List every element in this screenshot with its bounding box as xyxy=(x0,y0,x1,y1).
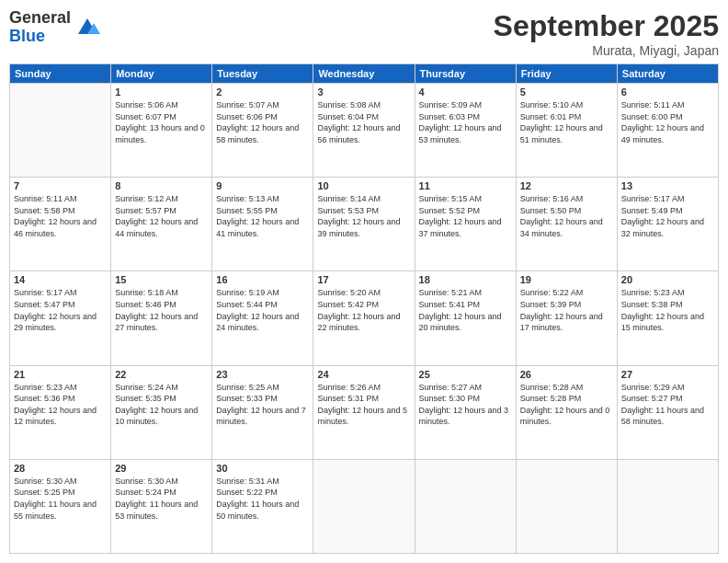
day-info: Sunrise: 5:21 AMSunset: 5:41 PMDaylight:… xyxy=(419,287,512,333)
day-info: Sunrise: 5:16 AMSunset: 5:50 PMDaylight:… xyxy=(520,193,613,239)
day-cell: 2Sunrise: 5:07 AMSunset: 6:06 PMDaylight… xyxy=(212,84,313,178)
day-info: Sunrise: 5:17 AMSunset: 5:49 PMDaylight:… xyxy=(621,193,714,239)
day-info: Sunrise: 5:24 AMSunset: 5:35 PMDaylight:… xyxy=(115,382,208,428)
day-number: 1 xyxy=(115,86,208,98)
day-info: Sunrise: 5:27 AMSunset: 5:30 PMDaylight:… xyxy=(419,382,512,428)
day-number: 21 xyxy=(14,369,107,380)
day-info: Sunrise: 5:15 AMSunset: 5:52 PMDaylight:… xyxy=(419,193,512,239)
day-number: 28 xyxy=(14,463,107,474)
day-info: Sunrise: 5:23 AMSunset: 5:38 PMDaylight:… xyxy=(621,287,714,333)
header: General Blue September 2025 Murata, Miya… xyxy=(9,9,719,58)
day-number: 29 xyxy=(115,463,208,474)
calendar-header-row: SundayMondayTuesdayWednesdayThursdayFrid… xyxy=(10,64,719,84)
logo: General Blue xyxy=(9,9,101,46)
day-cell: 4Sunrise: 5:09 AMSunset: 6:03 PMDaylight… xyxy=(415,84,516,178)
col-header-sunday: Sunday xyxy=(10,64,111,84)
logo-general: General xyxy=(9,8,71,27)
day-info: Sunrise: 5:11 AMSunset: 5:58 PMDaylight:… xyxy=(14,193,107,239)
day-cell: 28Sunrise: 5:30 AMSunset: 5:25 PMDayligh… xyxy=(10,459,111,553)
day-number: 18 xyxy=(419,274,512,285)
day-info: Sunrise: 5:12 AMSunset: 5:57 PMDaylight:… xyxy=(115,193,208,239)
col-header-friday: Friday xyxy=(516,64,617,84)
day-number: 2 xyxy=(216,86,309,98)
day-info: Sunrise: 5:19 AMSunset: 5:44 PMDaylight:… xyxy=(216,287,309,333)
day-cell: 3Sunrise: 5:08 AMSunset: 6:04 PMDaylight… xyxy=(313,84,415,178)
day-number: 16 xyxy=(216,274,309,285)
day-cell: 8Sunrise: 5:12 AMSunset: 5:57 PMDaylight… xyxy=(111,178,212,271)
day-number: 19 xyxy=(520,274,613,285)
col-header-tuesday: Tuesday xyxy=(212,64,313,84)
day-info: Sunrise: 5:13 AMSunset: 5:55 PMDaylight:… xyxy=(216,193,309,239)
day-number: 6 xyxy=(621,86,714,98)
day-number: 9 xyxy=(216,180,309,191)
day-number: 11 xyxy=(419,180,512,191)
day-number: 30 xyxy=(216,463,309,474)
day-cell: 23Sunrise: 5:25 AMSunset: 5:33 PMDayligh… xyxy=(212,365,313,459)
day-cell: 24Sunrise: 5:26 AMSunset: 5:31 PMDayligh… xyxy=(313,365,415,459)
title-block: September 2025 Murata, Miyagi, Japan xyxy=(494,9,719,58)
day-cell: 29Sunrise: 5:30 AMSunset: 5:24 PMDayligh… xyxy=(111,459,212,553)
week-row-3: 14Sunrise: 5:17 AMSunset: 5:47 PMDayligh… xyxy=(10,271,719,365)
day-info: Sunrise: 5:20 AMSunset: 5:42 PMDaylight:… xyxy=(317,287,410,333)
col-header-monday: Monday xyxy=(111,64,212,84)
week-row-2: 7Sunrise: 5:11 AMSunset: 5:58 PMDaylight… xyxy=(10,178,719,271)
day-cell: 7Sunrise: 5:11 AMSunset: 5:58 PMDaylight… xyxy=(10,178,111,271)
location: Murata, Miyagi, Japan xyxy=(494,43,719,58)
week-row-4: 21Sunrise: 5:23 AMSunset: 5:36 PMDayligh… xyxy=(10,365,719,459)
logo-blue: Blue xyxy=(9,27,45,45)
day-cell: 6Sunrise: 5:11 AMSunset: 6:00 PMDaylight… xyxy=(617,84,718,178)
day-number: 20 xyxy=(621,274,714,285)
day-cell: 9Sunrise: 5:13 AMSunset: 5:55 PMDaylight… xyxy=(212,178,313,271)
day-cell: 16Sunrise: 5:19 AMSunset: 5:44 PMDayligh… xyxy=(212,271,313,365)
week-row-5: 28Sunrise: 5:30 AMSunset: 5:25 PMDayligh… xyxy=(10,459,719,553)
day-info: Sunrise: 5:08 AMSunset: 6:04 PMDaylight:… xyxy=(317,99,410,145)
day-number: 7 xyxy=(14,180,107,191)
day-info: Sunrise: 5:11 AMSunset: 6:00 PMDaylight:… xyxy=(621,99,714,145)
day-cell: 5Sunrise: 5:10 AMSunset: 6:01 PMDaylight… xyxy=(516,84,617,178)
day-info: Sunrise: 5:14 AMSunset: 5:53 PMDaylight:… xyxy=(317,193,410,239)
day-cell: 1Sunrise: 5:06 AMSunset: 6:07 PMDaylight… xyxy=(111,84,212,178)
day-info: Sunrise: 5:23 AMSunset: 5:36 PMDaylight:… xyxy=(14,382,107,428)
day-cell: 30Sunrise: 5:31 AMSunset: 5:22 PMDayligh… xyxy=(212,459,313,553)
day-info: Sunrise: 5:07 AMSunset: 6:06 PMDaylight:… xyxy=(216,99,309,145)
day-number: 3 xyxy=(317,86,410,98)
day-info: Sunrise: 5:29 AMSunset: 5:27 PMDaylight:… xyxy=(621,382,714,428)
day-number: 24 xyxy=(317,369,410,380)
day-number: 4 xyxy=(419,86,512,98)
day-cell: 18Sunrise: 5:21 AMSunset: 5:41 PMDayligh… xyxy=(415,271,516,365)
day-number: 23 xyxy=(216,369,309,380)
day-cell: 22Sunrise: 5:24 AMSunset: 5:35 PMDayligh… xyxy=(111,365,212,459)
day-info: Sunrise: 5:17 AMSunset: 5:47 PMDaylight:… xyxy=(14,287,107,333)
day-cell: 25Sunrise: 5:27 AMSunset: 5:30 PMDayligh… xyxy=(415,365,516,459)
col-header-thursday: Thursday xyxy=(415,64,516,84)
day-cell: 12Sunrise: 5:16 AMSunset: 5:50 PMDayligh… xyxy=(516,178,617,271)
day-number: 10 xyxy=(317,180,410,191)
day-number: 22 xyxy=(115,369,208,380)
col-header-saturday: Saturday xyxy=(617,64,718,84)
day-number: 8 xyxy=(115,180,208,191)
day-cell: 20Sunrise: 5:23 AMSunset: 5:38 PMDayligh… xyxy=(617,271,718,365)
day-cell xyxy=(313,459,415,553)
day-info: Sunrise: 5:30 AMSunset: 5:25 PMDaylight:… xyxy=(14,476,107,522)
day-number: 14 xyxy=(14,274,107,285)
col-header-wednesday: Wednesday xyxy=(313,64,415,84)
day-info: Sunrise: 5:10 AMSunset: 6:01 PMDaylight:… xyxy=(520,99,613,145)
day-info: Sunrise: 5:30 AMSunset: 5:24 PMDaylight:… xyxy=(115,476,208,522)
logo-text: General Blue xyxy=(9,9,71,46)
day-number: 27 xyxy=(621,369,714,380)
day-number: 15 xyxy=(115,274,208,285)
day-cell: 13Sunrise: 5:17 AMSunset: 5:49 PMDayligh… xyxy=(617,178,718,271)
day-info: Sunrise: 5:09 AMSunset: 6:03 PMDaylight:… xyxy=(419,99,512,145)
day-cell xyxy=(516,459,617,553)
day-cell: 14Sunrise: 5:17 AMSunset: 5:47 PMDayligh… xyxy=(10,271,111,365)
day-number: 5 xyxy=(520,86,613,98)
logo-icon xyxy=(74,14,101,41)
day-cell: 19Sunrise: 5:22 AMSunset: 5:39 PMDayligh… xyxy=(516,271,617,365)
calendar-table: SundayMondayTuesdayWednesdayThursdayFrid… xyxy=(9,63,719,554)
day-number: 12 xyxy=(520,180,613,191)
day-cell: 15Sunrise: 5:18 AMSunset: 5:46 PMDayligh… xyxy=(111,271,212,365)
month-title: September 2025 xyxy=(494,9,719,43)
day-cell: 21Sunrise: 5:23 AMSunset: 5:36 PMDayligh… xyxy=(10,365,111,459)
day-number: 13 xyxy=(621,180,714,191)
day-number: 25 xyxy=(419,369,512,380)
